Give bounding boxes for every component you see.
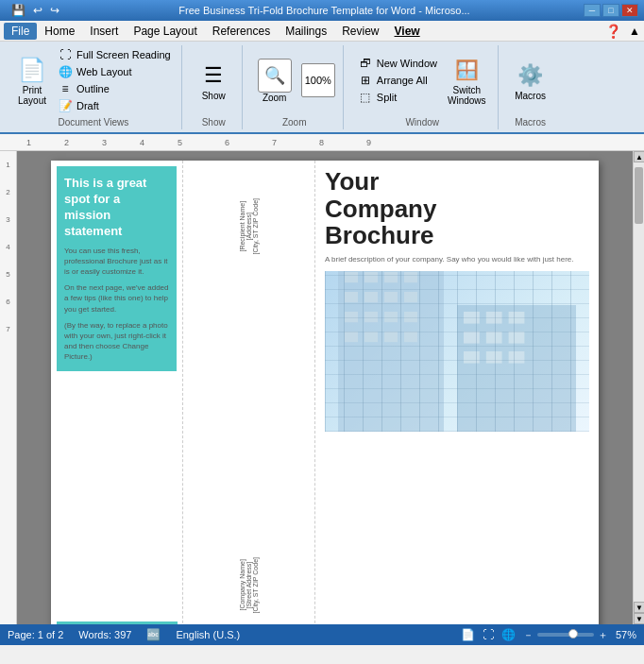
web-layout-icon: 🌐 [58, 65, 73, 78]
document-views-label: Document Views [58, 115, 128, 128]
tab-review[interactable]: Review [334, 23, 386, 40]
group-window: 🗗 New Window ⊞ Arrange All ⬚ Split 🪟 Swi… [347, 45, 499, 129]
tab-page-layout[interactable]: Page Layout [126, 23, 204, 40]
web-layout-button[interactable]: 🌐 Web Layout [55, 64, 174, 79]
brochure-mid-panel: [Recipient Name] [Address] [City, ST ZIP… [183, 161, 315, 624]
recipient-address-line: [Address] [246, 198, 252, 255]
tab-file[interactable]: File [4, 23, 37, 40]
macros-label: Macros [515, 91, 546, 101]
group-show: ☰ Show Show [186, 45, 243, 129]
draft-icon: 📝 [58, 99, 73, 112]
macros-button[interactable]: ⚙️ Macros [511, 59, 550, 103]
word-count: Words: 397 [78, 629, 131, 640]
zoom-button[interactable]: 🔍 Zoom [254, 57, 296, 105]
recipient-name: [Recipient Name] [239, 198, 246, 255]
zoom-items: 🔍 Zoom 100% [254, 47, 335, 113]
view-layout-btn[interactable]: 📄 [461, 628, 475, 641]
mission-body1[interactable]: You can use this fresh, professional Bro… [64, 246, 169, 278]
spell-check-icon[interactable]: 🔤 [146, 628, 161, 641]
brochure-left-panel: This is a great spot for a mission state… [51, 161, 183, 624]
company-street: [Street Address] [246, 557, 252, 614]
zoom-in-btn[interactable]: ＋ [598, 628, 608, 642]
minimize-ribbon-icon[interactable]: ▲ [629, 25, 640, 38]
split-icon: ⬚ [358, 91, 373, 104]
scroll-down2-button[interactable]: ▼ [634, 613, 644, 624]
left-panel-footer-bar [57, 621, 178, 624]
mission-body3[interactable]: (By the way, to replace a photo with you… [64, 320, 169, 363]
quick-access-toolbar: 💾 ↩ ↪ [6, 3, 65, 18]
print-layout-icon: 📄 [17, 55, 47, 85]
title-bar: 💾 ↩ ↪ Free Business Tri-Fold Brochure Te… [0, 0, 644, 21]
save-icon[interactable]: 💾 [9, 3, 27, 18]
draft-label: Draft [76, 100, 99, 111]
tab-insert[interactable]: Insert [82, 23, 126, 40]
window-group-label: Window [405, 115, 439, 128]
language[interactable]: English (U.S.) [176, 629, 240, 640]
page-indicator: Page: 1 of 2 [8, 629, 63, 640]
arrange-all-button[interactable]: ⊞ Arrange All [355, 73, 440, 88]
status-right: 📄 ⛶ 🌐 － ＋ 57% [461, 628, 636, 642]
company-address[interactable]: [Company Name] [Street Address] [City, S… [239, 557, 259, 614]
zoom-thumb[interactable] [568, 629, 578, 638]
tab-mailings[interactable]: Mailings [278, 23, 334, 40]
scroll-track[interactable] [634, 162, 644, 602]
status-bar: Page: 1 of 2 Words: 397 🔤 English (U.S.)… [0, 624, 644, 645]
zoom-out-btn[interactable]: － [523, 628, 534, 642]
redo-icon[interactable]: ↪ [48, 3, 61, 18]
new-window-button[interactable]: 🗗 New Window [355, 56, 440, 71]
maximize-button[interactable]: □ [602, 4, 619, 17]
document-outer: 1 2 3 4 5 6 7 8 9 1 2 3 4 5 6 7 ▲ ▼ ▼ [0, 134, 644, 624]
ribbon: 📄 PrintLayout ⛶ Full Screen Reading 🌐 We… [0, 42, 644, 134]
close-button[interactable]: ✕ [621, 4, 638, 17]
help-icon[interactable]: ❓ [605, 24, 621, 39]
scroll-up-button[interactable]: ▲ [634, 151, 644, 162]
company-name: [Company Name] [239, 557, 246, 614]
recipient-city: [City, ST ZIP Code] [252, 198, 259, 255]
scroll-down-button[interactable]: ▼ [634, 602, 644, 613]
minimize-button[interactable]: ─ [584, 4, 601, 17]
split-label: Split [377, 92, 397, 103]
window-buttons: 🗗 New Window ⊞ Arrange All ⬚ Split [355, 56, 440, 105]
print-layout-button[interactable]: 📄 PrintLayout [13, 53, 51, 108]
outline-button[interactable]: ≡ Outline [55, 81, 174, 96]
tab-view[interactable]: View [387, 23, 428, 40]
mission-heading: This is a great spot for a mission state… [64, 176, 169, 240]
recipient-address[interactable]: [Recipient Name] [Address] [City, ST ZIP… [239, 198, 259, 255]
switch-windows-button[interactable]: 🪟 SwitchWindows [444, 53, 490, 108]
draft-button[interactable]: 📝 Draft [55, 98, 174, 113]
outline-icon: ≡ [58, 82, 73, 95]
group-zoom: 🔍 Zoom 100% Zoom [246, 45, 344, 129]
vertical-scrollbar[interactable]: ▲ ▼ ▼ [633, 151, 644, 624]
document-page: This is a great spot for a mission state… [51, 161, 599, 624]
group-document-views: 📄 PrintLayout ⛶ Full Screen Reading 🌐 We… [6, 45, 182, 129]
zoom-slider[interactable]: － ＋ [523, 628, 608, 642]
scroll-thumb[interactable] [635, 167, 643, 224]
print-layout-label: PrintLayout [18, 85, 46, 106]
zoom-percent-display[interactable]: 57% [616, 629, 636, 640]
show-group-label: Show [202, 115, 226, 128]
view-web-btn[interactable]: 🌐 [501, 628, 516, 641]
show-button[interactable]: ☰ Show [195, 59, 232, 103]
full-screen-icon: ⛶ [58, 48, 73, 61]
switch-windows-icon: 🪟 [451, 55, 482, 85]
zoom-percent-button[interactable]: 100% [301, 63, 335, 97]
zoom-label: Zoom [263, 93, 287, 103]
view-full-btn[interactable]: ⛶ [483, 628, 494, 641]
arrange-all-label: Arrange All [377, 75, 428, 86]
tab-home[interactable]: Home [37, 23, 82, 40]
switch-windows-label: SwitchWindows [448, 85, 486, 106]
split-button[interactable]: ⬚ Split [355, 90, 440, 105]
undo-icon[interactable]: ↩ [31, 3, 44, 18]
view-mode-buttons: ⛶ Full Screen Reading 🌐 Web Layout ≡ Out… [55, 47, 174, 113]
mission-body2[interactable]: On the next page, we've added a few tips… [64, 282, 169, 315]
zoom-icon: 🔍 [258, 59, 292, 93]
company-title[interactable]: Your Company Brochure [325, 168, 589, 249]
arrange-all-icon: ⊞ [358, 74, 373, 87]
macros-items: ⚙️ Macros [511, 47, 550, 113]
tab-references[interactable]: References [205, 23, 278, 40]
zoom-track[interactable] [537, 633, 594, 637]
full-screen-button[interactable]: ⛶ Full Screen Reading [55, 47, 174, 62]
brochure-right-panel: Your Company Brochure A brief descriptio… [315, 161, 599, 624]
ribbon-tab-bar: File Home Insert Page Layout References … [0, 21, 644, 42]
outline-label: Outline [76, 83, 110, 94]
